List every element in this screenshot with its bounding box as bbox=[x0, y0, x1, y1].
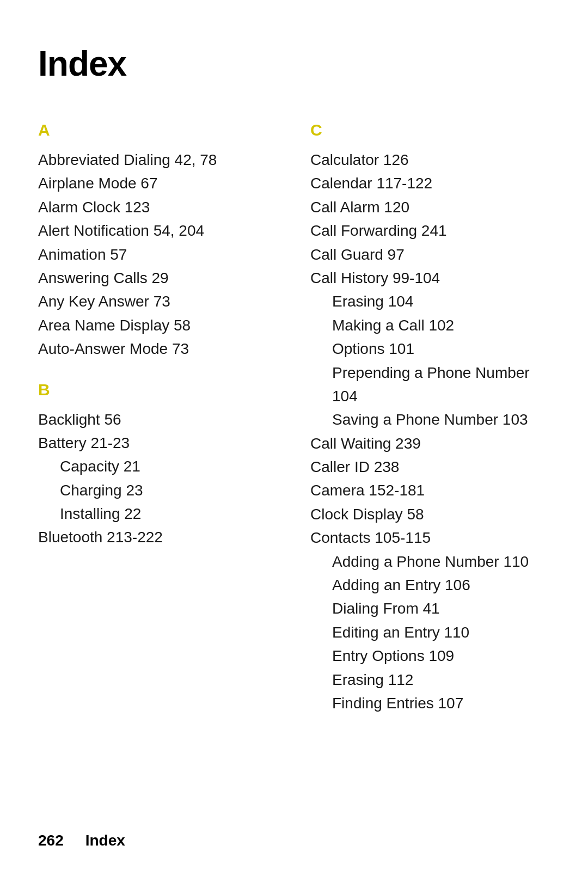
index-entry: Animation 57 bbox=[38, 243, 278, 266]
index-entry: Erasing 104 bbox=[310, 290, 550, 313]
footer-index-label: Index bbox=[85, 832, 125, 849]
index-entry: Erasing 112 bbox=[310, 668, 550, 691]
index-entry: Finding Entries 107 bbox=[310, 691, 550, 715]
columns-wrapper: AAbbreviated Dialing 42, 78Airplane Mode… bbox=[38, 117, 550, 838]
index-entry: Options 101 bbox=[310, 337, 550, 360]
index-entry: Bluetooth 213-222 bbox=[38, 525, 278, 549]
index-entry: Charging 23 bbox=[38, 479, 278, 502]
index-entry: Editing an Entry 110 bbox=[310, 621, 550, 644]
section-letter-A: A bbox=[38, 121, 278, 139]
index-entry: Clock Display 58 bbox=[310, 503, 550, 526]
index-entry: Call Alarm 120 bbox=[310, 195, 550, 219]
index-entry: Adding a Phone Number 110 bbox=[310, 550, 550, 573]
index-entry: Installing 22 bbox=[38, 502, 278, 525]
index-entry: Dialing From 41 bbox=[310, 597, 550, 620]
section-letter-C: C bbox=[310, 121, 550, 139]
index-entry: Airplane Mode 67 bbox=[38, 171, 278, 195]
left-column: AAbbreviated Dialing 42, 78Airplane Mode… bbox=[38, 117, 278, 838]
index-entry: Auto-Answer Mode 73 bbox=[38, 337, 278, 360]
index-entry: Backlight 56 bbox=[38, 408, 278, 431]
index-entry: Camera 152-181 bbox=[310, 479, 550, 502]
index-entry: Any Key Answer 73 bbox=[38, 290, 278, 313]
index-entry: Call Waiting 239 bbox=[310, 432, 550, 455]
index-entry: Area Name Display 58 bbox=[38, 314, 278, 337]
index-entry: Adding an Entry 106 bbox=[310, 573, 550, 597]
index-entry: Abbreviated Dialing 42, 78 bbox=[38, 148, 278, 171]
index-entry: Making a Call 102 bbox=[310, 314, 550, 337]
index-entry: Call Forwarding 241 bbox=[310, 219, 550, 242]
index-entry: Saving a Phone Number 103 bbox=[310, 408, 550, 431]
index-entry: Contacts 105-115 bbox=[310, 526, 550, 549]
index-entry: Calendar 117-122 bbox=[310, 171, 550, 195]
footer: 262 Index bbox=[38, 832, 550, 849]
index-entry: Capacity 21 bbox=[38, 455, 278, 478]
section-letter-B: B bbox=[38, 381, 278, 399]
index-entry: Caller ID 238 bbox=[310, 455, 550, 479]
page-container: Index AAbbreviated Dialing 42, 78Airplan… bbox=[0, 0, 588, 882]
index-entry: Battery 21-23 bbox=[38, 431, 278, 455]
index-entry: Call Guard 97 bbox=[310, 243, 550, 266]
index-entry: Answering Calls 29 bbox=[38, 266, 278, 290]
index-entry: Calculator 126 bbox=[310, 148, 550, 171]
index-entry: Alert Notification 54, 204 bbox=[38, 219, 278, 242]
index-entry: Entry Options 109 bbox=[310, 644, 550, 667]
footer-page-number: 262 bbox=[38, 832, 64, 849]
page-title: Index bbox=[38, 44, 550, 84]
index-entry: Call History 99-104 bbox=[310, 266, 550, 290]
right-column: CCalculator 126Calendar 117-122Call Alar… bbox=[310, 117, 550, 838]
index-entry: Prepending a Phone Number 104 bbox=[310, 361, 550, 408]
index-entry: Alarm Clock 123 bbox=[38, 195, 278, 219]
